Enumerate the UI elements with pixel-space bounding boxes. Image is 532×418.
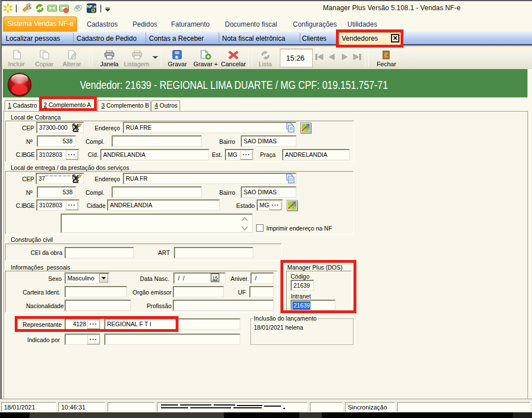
svg-text:NF-e: NF-e (87, 4, 96, 9)
